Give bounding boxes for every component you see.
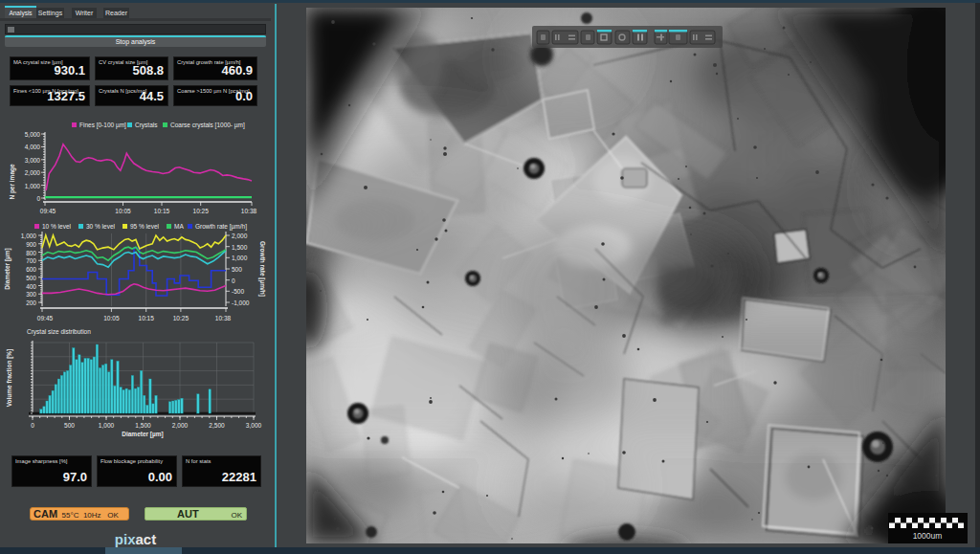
svg-text:500: 500 (64, 422, 75, 429)
svg-text:3,000: 3,000 (25, 157, 41, 164)
svg-text:800: 800 (26, 250, 36, 256)
svg-text:2,500: 2,500 (209, 422, 225, 429)
svg-text:1,000: 1,000 (232, 255, 248, 261)
svg-text:-500: -500 (232, 288, 244, 295)
svg-text:2,000: 2,000 (172, 422, 189, 429)
svg-text:09:45: 09:45 (37, 315, 54, 321)
svg-text:900: 900 (26, 241, 36, 248)
svg-text:N per image: N per image (9, 164, 16, 200)
svg-text:09:45: 09:45 (40, 208, 56, 214)
svg-text:3,000: 3,000 (246, 422, 262, 429)
svg-text:4,000: 4,000 (25, 144, 41, 150)
svg-text:1,000: 1,000 (99, 422, 115, 429)
svg-text:Growth rate [µm/h]: Growth rate [µm/h] (258, 241, 266, 297)
svg-text:Crystals: Crystals (135, 122, 158, 129)
svg-text:400: 400 (26, 283, 36, 290)
svg-text:500: 500 (232, 266, 242, 273)
svg-text:700: 700 (26, 257, 36, 264)
svg-text:10:38: 10:38 (215, 315, 232, 321)
svg-text:Fines [0-100 µm]: Fines [0-100 µm] (79, 122, 126, 129)
svg-text:95 % level: 95 % level (130, 223, 160, 230)
svg-text:10:05: 10:05 (103, 315, 120, 321)
svg-text:MA: MA (174, 223, 184, 230)
svg-text:1,500: 1,500 (135, 422, 151, 429)
svg-text:10:38: 10:38 (241, 208, 257, 214)
svg-text:Growth rate [µm/h]: Growth rate [µm/h] (195, 223, 247, 231)
svg-text:600: 600 (26, 266, 36, 273)
svg-text:Diameter [µm]: Diameter [µm] (4, 248, 11, 289)
svg-text:Volume fraction [%]: Volume fraction [%] (6, 349, 13, 408)
svg-text:1,000: 1,000 (25, 183, 41, 189)
svg-text:1,000: 1,000 (21, 233, 37, 239)
svg-text:2,000: 2,000 (232, 233, 248, 239)
svg-text:1,500: 1,500 (232, 244, 248, 251)
svg-text:10 % level: 10 % level (42, 223, 72, 230)
svg-text:10:05: 10:05 (115, 208, 131, 214)
svg-text:0: 0 (31, 422, 34, 429)
svg-text:Diameter [µm]: Diameter [µm] (122, 431, 163, 438)
svg-text:5,000: 5,000 (25, 131, 41, 138)
svg-text:30 % level: 30 % level (86, 223, 116, 230)
svg-text:2,000: 2,000 (25, 169, 41, 176)
svg-text:0: 0 (36, 195, 40, 202)
svg-text:10:15: 10:15 (139, 315, 155, 321)
svg-text:10:25: 10:25 (173, 315, 189, 321)
svg-text:Crystal size distribution: Crystal size distribution (27, 328, 91, 336)
svg-text:300: 300 (26, 291, 36, 298)
svg-text:-1,000: -1,000 (232, 299, 250, 306)
svg-text:500: 500 (26, 275, 36, 281)
svg-text:10:15: 10:15 (154, 208, 170, 214)
svg-text:1000um: 1000um (913, 531, 943, 541)
svg-text:10:25: 10:25 (193, 208, 210, 214)
svg-text:0: 0 (232, 277, 235, 284)
svg-text:Coarse crystals [1000- µm]: Coarse crystals [1000- µm] (170, 122, 245, 129)
svg-text:200: 200 (26, 299, 36, 306)
